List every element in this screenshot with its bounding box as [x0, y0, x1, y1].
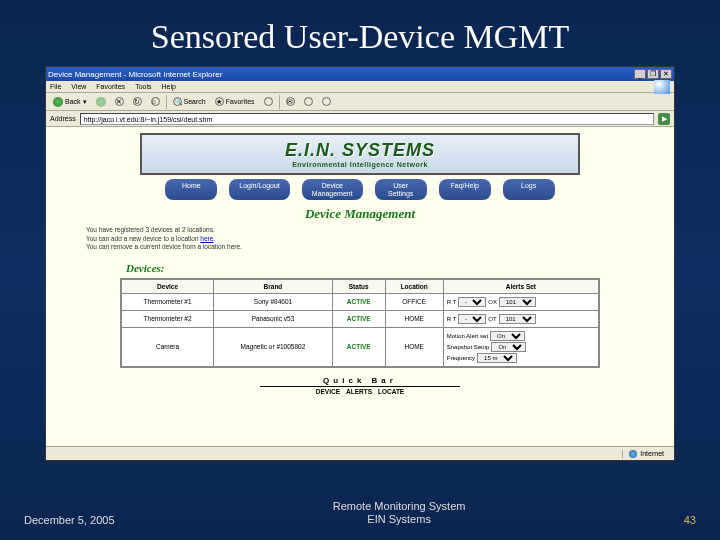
- menu-favorites[interactable]: Favorites: [96, 83, 125, 90]
- window-titlebar: Device Management - Microsoft Internet E…: [46, 67, 674, 81]
- alert-low-select[interactable]: -: [458, 314, 486, 324]
- maximize-button[interactable]: ❐: [647, 69, 659, 79]
- th-location: Location: [385, 279, 443, 294]
- mail-button[interactable]: ✉: [283, 96, 298, 107]
- window-title-text: Device Management - Microsoft Internet E…: [48, 70, 222, 79]
- cell-device: Thermometer #2: [121, 310, 214, 327]
- search-button[interactable]: 🔍Search: [170, 96, 209, 107]
- star-icon: ★: [215, 97, 224, 106]
- stop-icon: ✕: [115, 97, 124, 106]
- forward-button[interactable]: [93, 96, 109, 108]
- snapshot-select[interactable]: On: [491, 342, 526, 352]
- slide-title: Sensored User-Device MGMT: [0, 0, 720, 66]
- cell-device: Thermometer #1: [121, 293, 214, 310]
- add-device-link[interactable]: here: [200, 235, 213, 242]
- address-input[interactable]: http://jaco.i.vt.edu:8/~in.j159/csi/deut…: [80, 113, 654, 125]
- back-icon: [53, 97, 63, 107]
- cell-device: Camera: [121, 327, 214, 367]
- media-icon: [264, 97, 273, 106]
- cell-brand: Magnetic or #1005802: [214, 327, 333, 367]
- nav-faq[interactable]: Faq/Help: [439, 179, 491, 200]
- edit-icon: [322, 97, 331, 106]
- banner-subtitle: Environmental Intelligence Network: [292, 161, 428, 168]
- forward-icon: [96, 97, 106, 107]
- th-status: Status: [332, 279, 385, 294]
- frequency-select[interactable]: 15 m: [477, 353, 517, 363]
- alert-high-select[interactable]: 101: [499, 314, 536, 324]
- intro-line2: You can add a new device to a location h…: [86, 235, 634, 243]
- cell-alerts: R T - OX 101: [443, 293, 599, 310]
- cell-status: ACTIVE: [332, 327, 385, 367]
- print-icon: [304, 97, 313, 106]
- quickbar-link-locate[interactable]: LOCATE: [378, 388, 404, 395]
- cell-location: HOME: [385, 327, 443, 367]
- address-bar: Address http://jaco.i.vt.edu:8/~in.j159/…: [46, 111, 674, 127]
- th-device: Device: [121, 279, 214, 294]
- refresh-icon: ↻: [133, 97, 142, 106]
- cell-location: OFFICE: [385, 293, 443, 310]
- th-alerts: Alerts Set: [443, 279, 599, 294]
- menu-file[interactable]: File: [50, 83, 61, 90]
- cell-brand: Panasonic v53: [214, 310, 333, 327]
- quickbar-link-alerts[interactable]: ALERTS: [346, 388, 372, 395]
- nav-user-settings[interactable]: User Settings: [375, 179, 427, 200]
- site-banner: E.I.N. SYSTEMS Environmental Intelligenc…: [140, 133, 580, 175]
- cell-location: HOME: [385, 310, 443, 327]
- nav-home[interactable]: Home: [165, 179, 217, 200]
- edit-button[interactable]: [319, 96, 334, 107]
- page-heading: Device Management: [46, 206, 674, 222]
- devices-heading: Devices:: [126, 262, 674, 274]
- mail-icon: ✉: [286, 97, 295, 106]
- quickbar-link-device[interactable]: DEVICE: [316, 388, 340, 395]
- alert-low-select[interactable]: -: [458, 297, 486, 307]
- intro-line3: You can remove a current device from a l…: [86, 243, 634, 251]
- menu-view[interactable]: View: [71, 83, 86, 90]
- intro-line1: You have registered 3 devices at 2 locat…: [86, 226, 634, 234]
- slide-footer: December 5, 2005 Remote Monitoring Syste…: [0, 500, 720, 526]
- footer-date: December 5, 2005: [24, 514, 115, 526]
- banner-title: E.I.N. SYSTEMS: [285, 140, 435, 161]
- stop-button[interactable]: ✕: [112, 96, 127, 107]
- cell-status: ACTIVE: [332, 293, 385, 310]
- search-icon: 🔍: [173, 97, 182, 106]
- nav-device-mgmt[interactable]: Device Management: [302, 179, 363, 200]
- nav-login[interactable]: Login/Logout: [229, 179, 289, 200]
- alert-high-select[interactable]: 101: [499, 297, 536, 307]
- cell-alerts: R T - OT 101: [443, 310, 599, 327]
- toolbar: Back ▾ ✕ ↻ ⌂ 🔍Search ★Favorites ✉: [46, 93, 674, 111]
- menu-tools[interactable]: Tools: [135, 83, 151, 90]
- cell-status: ACTIVE: [332, 310, 385, 327]
- cell-alerts: Motion Alert set On Snapshot Setup On Fr…: [443, 327, 599, 367]
- windows-logo-icon: [654, 80, 670, 94]
- footer-center: Remote Monitoring System EIN Systems: [115, 500, 684, 526]
- quickbar-title: Quick Bar: [46, 376, 674, 385]
- table-header-row: Device Brand Status Location Alerts Set: [121, 279, 599, 294]
- home-icon: ⌂: [151, 97, 160, 106]
- page-viewport: E.I.N. SYSTEMS Environmental Intelligenc…: [46, 127, 674, 447]
- menubar: File View Favorites Tools Help: [46, 81, 674, 93]
- site-nav: Home Login/Logout Device Management User…: [46, 179, 674, 200]
- cell-brand: Sony #84601: [214, 293, 333, 310]
- menu-help[interactable]: Help: [161, 83, 175, 90]
- nav-logs[interactable]: Logs: [503, 179, 555, 200]
- close-button[interactable]: ✕: [660, 69, 672, 79]
- home-button[interactable]: ⌂: [148, 96, 163, 107]
- motion-select[interactable]: On: [490, 331, 525, 341]
- status-bar: Internet: [46, 446, 674, 460]
- print-button[interactable]: [301, 96, 316, 107]
- globe-icon: [629, 450, 637, 458]
- go-button[interactable]: ▶: [658, 113, 670, 125]
- back-button[interactable]: Back ▾: [50, 96, 90, 108]
- table-row: Camera Magnetic or #1005802 ACTIVE HOME …: [121, 327, 599, 367]
- slide-number: 43: [684, 514, 696, 526]
- minimize-button[interactable]: _: [634, 69, 646, 79]
- favorites-button[interactable]: ★Favorites: [212, 96, 258, 107]
- th-brand: Brand: [214, 279, 333, 294]
- status-zone: Internet: [622, 450, 670, 458]
- media-button[interactable]: [261, 96, 276, 107]
- address-label: Address: [50, 115, 76, 122]
- refresh-button[interactable]: ↻: [130, 96, 145, 107]
- quickbar: Quick Bar DEVICE ALERTS LOCATE: [46, 376, 674, 395]
- table-row: Thermometer #1 Sony #84601 ACTIVE OFFICE…: [121, 293, 599, 310]
- intro-text: You have registered 3 devices at 2 locat…: [86, 226, 634, 251]
